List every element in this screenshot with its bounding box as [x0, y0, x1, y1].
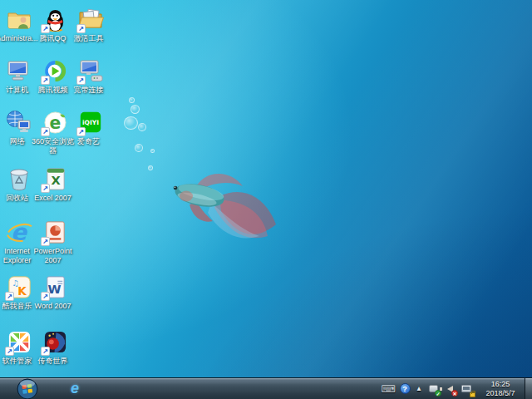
- show-desktop-button[interactable]: [525, 378, 532, 399]
- svg-text:e: e: [49, 113, 61, 133]
- desktop-icon-legend-world[interactable]: 传奇世界: [37, 328, 72, 366]
- shortcut-arrow-icon: [76, 127, 86, 136]
- desktop-icon-label: 宽带连接: [67, 86, 111, 95]
- monitor-modem-icon: [76, 57, 105, 85]
- desktop-icon-label: Word 2007: [32, 302, 75, 311]
- 360-browser-e-icon: e: [41, 108, 69, 136]
- kuwo-music-icon: ♫ K: [5, 273, 33, 301]
- desktop-icon-label: 爱奇艺: [67, 137, 111, 146]
- help-question-icon[interactable]: ?: [398, 382, 411, 396]
- show-hidden-icons-button[interactable]: ▲: [415, 382, 423, 396]
- bubble: [129, 97, 135, 103]
- audio-muted-icon[interactable]: ✕: [443, 382, 456, 396]
- qq-penguin-icon: [41, 5, 69, 33]
- input-method-keyboard-icon[interactable]: ⌨: [382, 382, 395, 396]
- desktop-icon-360-browser[interactable]: e 360安全浏览器: [37, 108, 72, 155]
- globe-monitor-icon: [5, 108, 33, 136]
- desktop-icon-label: 传奇世界: [32, 357, 75, 366]
- tencent-video-play-icon: [41, 57, 69, 85]
- desktop-icon-powerpoint-2007[interactable]: PowerPoint 2007: [37, 218, 72, 265]
- bubble: [150, 149, 155, 153]
- betta-fish-image: [161, 165, 282, 244]
- safely-remove-hardware-icon[interactable]: ✓: [426, 382, 440, 396]
- taskbar-internet-explorer-button[interactable]: e: [58, 379, 91, 399]
- red-x-badge: ✕: [451, 390, 458, 397]
- desktop-icon-word-2007[interactable]: W Word 2007: [37, 273, 72, 311]
- start-button[interactable]: [12, 378, 43, 399]
- clock-date: 2018/5/7: [480, 389, 521, 398]
- clock-time: 16:25: [480, 380, 521, 389]
- desktop-icon-activation-tools[interactable]: 激活工具: [73, 5, 108, 43]
- desktop: Administra... 腾讯QQ: [0, 0, 532, 399]
- network-status-icon[interactable]: [460, 382, 473, 396]
- desktop-icon-broadband-connection[interactable]: 宽带连接: [73, 57, 108, 95]
- software-manager-icon: [5, 328, 33, 356]
- yellow-lock-badge: [470, 392, 475, 397]
- shortcut-arrow-icon: [41, 347, 50, 356]
- folder-documents-icon: [76, 5, 105, 33]
- bubble: [148, 165, 153, 170]
- taskbar: e ⌨ ? ▲ ✓ ✕ 16: [0, 377, 532, 399]
- shortcut-arrow-icon: [41, 184, 50, 193]
- internet-explorer-icon: e: [71, 380, 79, 397]
- computer-monitor-icon: [5, 57, 33, 85]
- svg-text:K: K: [17, 284, 27, 298]
- bubble: [131, 105, 140, 114]
- shortcut-arrow-icon: [41, 292, 50, 301]
- green-check-badge: ✓: [435, 390, 441, 397]
- desktop-icon-iqiyi[interactable]: iQIYI 爱奇艺: [73, 108, 108, 146]
- ie-e-icon: e: [5, 218, 33, 246]
- iqiyi-logo-icon: iQIYI: [76, 108, 105, 136]
- bubble: [135, 144, 143, 152]
- desktop-icon-excel-2007[interactable]: X Excel 2007: [37, 165, 72, 203]
- svg-text:iQIYI: iQIYI: [82, 119, 99, 126]
- shortcut-arrow-icon: [41, 24, 50, 33]
- desktop-icon-label: Excel 2007: [32, 194, 75, 203]
- windows-start-orb-icon: [17, 378, 38, 399]
- shortcut-arrow-icon: [41, 127, 50, 136]
- system-tray: ⌨ ? ▲ ✓ ✕ 16:25 2018/5/7: [380, 378, 532, 399]
- taskbar-clock[interactable]: 16:25 2018/5/7: [480, 380, 521, 398]
- light-beam: [86, 0, 532, 399]
- bubble: [138, 123, 146, 131]
- user-folder-icon: [5, 5, 33, 33]
- shortcut-arrow-icon: [76, 76, 86, 85]
- shortcut-arrow-icon: [41, 237, 50, 246]
- shortcut-arrow-icon: [76, 24, 86, 33]
- shortcut-arrow-icon: [5, 292, 14, 301]
- recycle-bin-icon: [5, 165, 33, 193]
- legend-world-game-icon: [41, 328, 69, 356]
- powerpoint-icon: [41, 218, 69, 246]
- bubble: [124, 116, 138, 130]
- excel-icon: X: [41, 165, 69, 193]
- word-icon: W: [41, 273, 69, 301]
- shortcut-arrow-icon: [41, 76, 50, 85]
- desktop-icon-label: 激活工具: [67, 34, 111, 43]
- wallpaper: Administra... 腾讯QQ: [0, 0, 532, 399]
- svg-text:X: X: [51, 174, 60, 187]
- shortcut-arrow-icon: [5, 347, 14, 356]
- desktop-icon-label: PowerPoint 2007: [32, 247, 75, 265]
